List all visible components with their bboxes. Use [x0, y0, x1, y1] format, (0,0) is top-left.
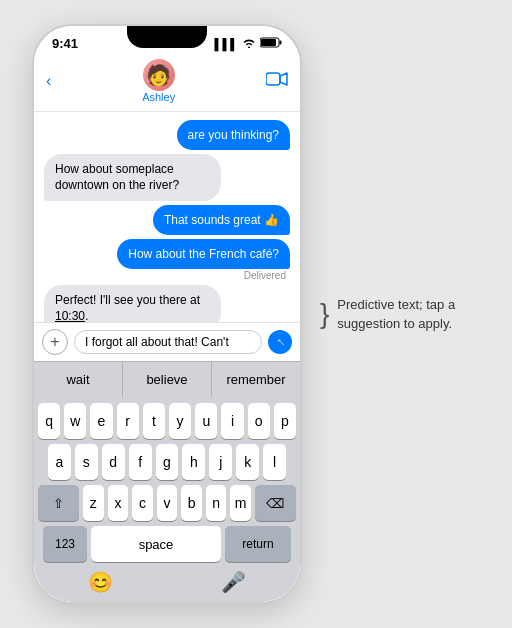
key-y[interactable]: y [169, 403, 191, 439]
bubble-outgoing-1: are you thinking? [177, 120, 290, 150]
key-row-2: a s d f g h j k l [38, 444, 296, 480]
key-w[interactable]: w [64, 403, 86, 439]
emoji-keyboard-icon[interactable]: 😊 [88, 570, 113, 594]
bubble-incoming-5: Perfect! I'll see you there at 10:30. [44, 285, 221, 322]
key-l[interactable]: l [263, 444, 286, 480]
avatar: 🧑 [143, 59, 175, 91]
svg-marker-4 [280, 73, 287, 85]
shift-key[interactable]: ⇧ [38, 485, 79, 521]
key-c[interactable]: c [132, 485, 153, 521]
tooltip-text: Predictive text; tap a suggestion to app… [337, 295, 480, 334]
bubble-incoming-2: How about someplace downtown on the rive… [44, 154, 221, 200]
key-k[interactable]: k [236, 444, 259, 480]
key-t[interactable]: t [143, 403, 165, 439]
bubble-text-5b: . [85, 309, 88, 322]
key-p[interactable]: p [274, 403, 296, 439]
message-row-1: are you thinking? [44, 120, 290, 150]
bubble-text-5a: Perfect! I'll see you there at [55, 293, 200, 307]
send-icon: ↑ [273, 333, 288, 348]
svg-rect-3 [266, 73, 280, 85]
avatar-emoji: 🧑 [146, 65, 171, 85]
numbers-key[interactable]: 123 [43, 526, 87, 562]
delete-key[interactable]: ⌫ [255, 485, 296, 521]
message-input[interactable]: I forgot all about that! Can't [85, 335, 251, 349]
contact-info[interactable]: 🧑 Ashley [142, 59, 175, 103]
contact-name: Ashley [142, 91, 175, 103]
scene: 9:41 ▌▌▌ ‹ 🧑 [32, 24, 480, 604]
signal-icon: ▌▌▌ [215, 38, 238, 50]
keyboard: q w e r t y u i o p a s d f g [34, 397, 300, 566]
bubble-text-2: How about someplace downtown on the rive… [55, 162, 179, 192]
message-row-3: That sounds great 👍 [44, 205, 290, 235]
time-link[interactable]: 10:30 [55, 309, 85, 322]
phone-screen: 9:41 ▌▌▌ ‹ 🧑 [34, 26, 300, 602]
status-icons: ▌▌▌ [215, 37, 282, 50]
messages-area: are you thinking? How about someplace do… [34, 112, 300, 322]
key-row-3: ⇧ z x c v b n m ⌫ [38, 485, 296, 521]
input-bar: + I forgot all about that! Can't ↑ [34, 322, 300, 361]
back-button[interactable]: ‹ [46, 72, 51, 90]
message-row-2: How about someplace downtown on the rive… [44, 154, 290, 200]
video-call-button[interactable] [266, 71, 288, 92]
battery-icon [260, 37, 282, 50]
key-d[interactable]: d [102, 444, 125, 480]
bubble-outgoing-4: How about the French café? [117, 239, 290, 269]
bubble-text-1: are you thinking? [188, 128, 279, 142]
bubble-text-3: That sounds great 👍 [164, 213, 279, 227]
plus-icon: + [50, 333, 59, 351]
wifi-icon [242, 38, 256, 50]
key-b[interactable]: b [181, 485, 202, 521]
key-row-4: 123 space return [38, 526, 296, 562]
predictive-word-3[interactable]: remember [212, 362, 300, 397]
key-v[interactable]: v [157, 485, 178, 521]
tooltip-line: } Predictive text; tap a suggestion to a… [320, 295, 480, 334]
key-o[interactable]: o [248, 403, 270, 439]
message-input-wrap[interactable]: I forgot all about that! Can't [74, 330, 262, 354]
space-key[interactable]: space [91, 526, 221, 562]
tooltip: } Predictive text; tap a suggestion to a… [320, 295, 480, 334]
delivered-label: Delivered [244, 270, 290, 281]
message-row-5: Perfect! I'll see you there at 10:30. 👍 [44, 285, 290, 322]
key-m[interactable]: m [230, 485, 251, 521]
chat-header: ‹ 🧑 Ashley [34, 55, 300, 112]
key-u[interactable]: u [195, 403, 217, 439]
predictive-word-1[interactable]: wait [34, 362, 123, 397]
return-key[interactable]: return [225, 526, 291, 562]
key-n[interactable]: n [206, 485, 227, 521]
predictive-bar: wait believe remember [34, 361, 300, 397]
phone-frame: 9:41 ▌▌▌ ‹ 🧑 [32, 24, 302, 604]
status-time: 9:41 [52, 36, 78, 51]
svg-rect-1 [280, 41, 282, 45]
key-h[interactable]: h [182, 444, 205, 480]
key-z[interactable]: z [83, 485, 104, 521]
key-s[interactable]: s [75, 444, 98, 480]
bottom-bar: 😊 🎤 [34, 566, 300, 602]
status-bar: 9:41 ▌▌▌ [34, 26, 300, 55]
add-button[interactable]: + [42, 329, 68, 355]
message-row-4: How about the French café? Delivered [44, 239, 290, 281]
key-q[interactable]: q [38, 403, 60, 439]
bubble-text-4: How about the French café? [128, 247, 279, 261]
key-g[interactable]: g [156, 444, 179, 480]
predictive-word-2[interactable]: believe [123, 362, 212, 397]
bubble-outgoing-3: That sounds great 👍 [153, 205, 290, 235]
key-r[interactable]: r [117, 403, 139, 439]
key-x[interactable]: x [108, 485, 129, 521]
key-row-1: q w e r t y u i o p [38, 403, 296, 439]
notch [127, 26, 207, 48]
svg-rect-2 [261, 39, 276, 46]
back-chevron-icon: ‹ [46, 72, 51, 90]
key-a[interactable]: a [48, 444, 71, 480]
microphone-icon[interactable]: 🎤 [221, 570, 246, 594]
key-e[interactable]: e [90, 403, 112, 439]
key-f[interactable]: f [129, 444, 152, 480]
send-button[interactable]: ↑ [268, 330, 292, 354]
key-i[interactable]: i [221, 403, 243, 439]
key-j[interactable]: j [209, 444, 232, 480]
tooltip-bracket-icon: } [320, 297, 329, 331]
